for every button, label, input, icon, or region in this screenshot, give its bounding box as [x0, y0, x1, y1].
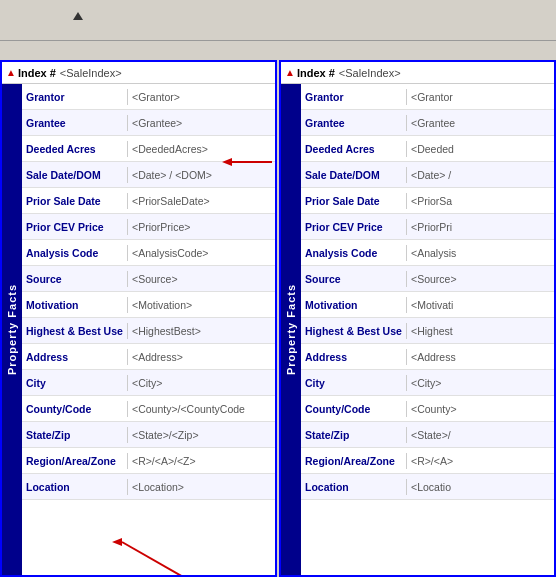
main-content: ▲Index #<SaleIndex>Property FactsGrantor… — [0, 60, 556, 577]
row-label: Motivation — [22, 297, 127, 313]
panel-right-rows-list: Grantor<GrantorGrantee<GranteeDeeded Acr… — [301, 84, 554, 575]
table-row[interactable]: Prior CEV Price<PriorPrice> — [22, 214, 275, 240]
top-bar — [0, 0, 556, 40]
table-row[interactable]: Prior CEV Price<PriorPri — [301, 214, 554, 240]
index-label: Index # — [18, 67, 56, 79]
table-row[interactable]: Region/Area/Zone<R>/<A>/<Z> — [22, 448, 275, 474]
table-row[interactable]: Grantor<Grantor — [301, 84, 554, 110]
row-value: <PriorSaleDate> — [127, 193, 275, 209]
row-label: Address — [301, 349, 406, 365]
table-row[interactable]: City<City> — [22, 370, 275, 396]
table-row[interactable]: County/Code<County>/<CountyCode — [22, 396, 275, 422]
panel-right: ▲Index #<SaleIndex>Property FactsGrantor… — [279, 60, 556, 577]
row-value: <PriorPri — [406, 219, 554, 235]
row-label: Location — [301, 479, 406, 495]
table-row[interactable]: Source<Source> — [301, 266, 554, 292]
row-value: <Motivati — [406, 297, 554, 313]
row-label: Source — [22, 271, 127, 287]
row-value: <PriorPrice> — [127, 219, 275, 235]
row-value: <HighestBest> — [127, 323, 275, 339]
row-value: <Deeded — [406, 141, 554, 157]
row-label: Highest & Best Use — [301, 323, 406, 339]
row-label: Analysis Code — [301, 245, 406, 261]
row-value: <Date> / — [406, 167, 554, 183]
table-row[interactable]: City<City> — [301, 370, 554, 396]
row-value: <County> — [406, 401, 554, 417]
row-value: <Date> / <DOM> — [127, 167, 275, 183]
panel-right-header: ▲Index #<SaleIndex> — [281, 62, 554, 84]
row-label: City — [22, 375, 127, 391]
row-value: <R>/<A>/<Z> — [127, 453, 275, 469]
sort-triangle-icon: ▲ — [285, 67, 295, 78]
table-row[interactable]: Prior Sale Date<PriorSaleDate> — [22, 188, 275, 214]
table-row[interactable]: Address<Address — [301, 344, 554, 370]
row-value: <Source> — [406, 271, 554, 287]
panel-left-sidebar: Property Facts — [2, 84, 22, 575]
row-value: <Locatio — [406, 479, 554, 495]
panel-left: ▲Index #<SaleIndex>Property FactsGrantor… — [0, 60, 277, 577]
table-row[interactable]: Highest & Best Use<Highest — [301, 318, 554, 344]
row-value: <Location> — [127, 479, 275, 495]
row-value: <State>/<Zip> — [127, 427, 275, 443]
row-label: Prior Sale Date — [22, 193, 127, 209]
table-row[interactable]: Location<Location> — [22, 474, 275, 500]
row-label: Location — [22, 479, 127, 495]
row-label: Prior CEV Price — [22, 219, 127, 235]
row-value: <Motivation> — [127, 297, 275, 313]
row-label: Grantee — [22, 115, 127, 131]
cursor-icon — [73, 12, 83, 20]
row-label: Prior Sale Date — [301, 193, 406, 209]
table-row[interactable]: Sale Date/DOM<Date> / — [301, 162, 554, 188]
toolbar-strip — [0, 40, 556, 60]
table-row[interactable]: State/Zip<State>/<Zip> — [22, 422, 275, 448]
row-value: <Grantee> — [127, 115, 275, 131]
row-label: City — [301, 375, 406, 391]
row-value: <Grantor> — [127, 89, 275, 105]
row-label: Sale Date/DOM — [301, 167, 406, 183]
table-row[interactable]: Analysis Code<AnalysisCode> — [22, 240, 275, 266]
table-row[interactable]: Address<Address> — [22, 344, 275, 370]
table-row[interactable]: Deeded Acres<Deeded — [301, 136, 554, 162]
row-label: Deeded Acres — [22, 141, 127, 157]
row-value: <County>/<CountyCode — [127, 401, 275, 417]
row-label: Highest & Best Use — [22, 323, 127, 339]
panel-left-rows-container: Property FactsGrantor<Grantor>Grantee<Gr… — [2, 84, 275, 575]
table-row[interactable]: Grantor<Grantor> — [22, 84, 275, 110]
table-row[interactable]: Motivation<Motivation> — [22, 292, 275, 318]
row-value: <Address — [406, 349, 554, 365]
panel-right-rows-container: Property FactsGrantor<GrantorGrantee<Gra… — [281, 84, 554, 575]
table-row[interactable]: Region/Area/Zone<R>/<A> — [301, 448, 554, 474]
table-row[interactable]: Grantee<Grantee> — [22, 110, 275, 136]
row-value: <PriorSa — [406, 193, 554, 209]
panel-right-sidebar: Property Facts — [281, 84, 301, 575]
row-label: Prior CEV Price — [301, 219, 406, 235]
table-row[interactable]: County/Code<County> — [301, 396, 554, 422]
row-value: <R>/<A> — [406, 453, 554, 469]
table-row[interactable]: Analysis Code<Analysis — [301, 240, 554, 266]
table-row[interactable]: Deeded Acres<DeededAcres> — [22, 136, 275, 162]
row-label: State/Zip — [22, 427, 127, 443]
row-label: Grantor — [22, 89, 127, 105]
cursor-area — [8, 10, 548, 30]
row-label: Address — [22, 349, 127, 365]
table-row[interactable]: Prior Sale Date<PriorSa — [301, 188, 554, 214]
row-value: <State>/ — [406, 427, 554, 443]
table-row[interactable]: State/Zip<State>/ — [301, 422, 554, 448]
row-label: Grantee — [301, 115, 406, 131]
row-value: <Highest — [406, 323, 554, 339]
table-row[interactable]: Sale Date/DOM<Date> / <DOM> — [22, 162, 275, 188]
table-row[interactable]: Grantee<Grantee — [301, 110, 554, 136]
table-row[interactable]: Motivation<Motivati — [301, 292, 554, 318]
row-label: Sale Date/DOM — [22, 167, 127, 183]
row-label: Deeded Acres — [301, 141, 406, 157]
table-row[interactable]: Location<Locatio — [301, 474, 554, 500]
row-value: <DeededAcres> — [127, 141, 275, 157]
table-row[interactable]: Highest & Best Use<HighestBest> — [22, 318, 275, 344]
sale-index-tag: <SaleIndex> — [339, 67, 401, 79]
panel-left-rows-list: Grantor<Grantor>Grantee<Grantee>Deeded A… — [22, 84, 275, 575]
row-label: Grantor — [301, 89, 406, 105]
index-label: Index # — [297, 67, 335, 79]
table-row[interactable]: Source<Source> — [22, 266, 275, 292]
row-label: Analysis Code — [22, 245, 127, 261]
sale-index-tag: <SaleIndex> — [60, 67, 122, 79]
